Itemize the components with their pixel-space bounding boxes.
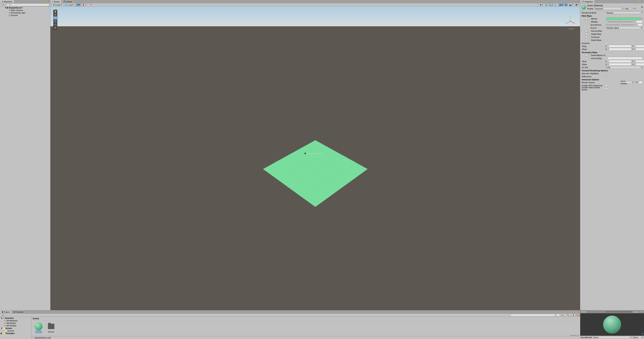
edit-shader-button[interactable]: Edit... — [624, 7, 631, 10]
preview-refresh-icon[interactable]: ⟳ — [642, 333, 643, 335]
scene-audio-toggle[interactable]: 🔊 — [554, 4, 558, 6]
tiling-y-input[interactable] — [634, 45, 644, 48]
preview-spot-icon[interactable]: ◉ — [635, 311, 637, 313]
albedo-tex-slot[interactable] — [585, 18, 588, 20]
assets-scenes[interactable]: 📁 Scenes — [0, 330, 31, 332]
2d-toggle[interactable]: 2D — [544, 4, 548, 6]
kebab-icon[interactable]: ⋮ — [577, 311, 579, 313]
shader-dropdown[interactable]: Standard — [594, 7, 624, 10]
hidden-icon[interactable]: 🚫 — [576, 314, 578, 316]
orientation-gizmo[interactable]: y — [565, 16, 576, 27]
fav-all-materials[interactable]: All Materials — [0, 320, 31, 322]
preview-viewport[interactable]: ⟳ — [580, 313, 644, 336]
hierarchy-item-ground[interactable]: Ground — [0, 14, 50, 16]
scene-fx-toggle[interactable]: ☁ ▾ — [558, 4, 564, 6]
draw-mode-dropdown[interactable]: ◑ ▾ — [539, 4, 544, 6]
render-queue-value-input[interactable] — [634, 81, 642, 84]
hierarchy-search-input[interactable] — [6, 4, 49, 6]
project-add-button[interactable]: + ▾ — [0, 314, 5, 316]
offset-x-input[interactable] — [608, 48, 632, 50]
increment-snap-button[interactable]: ⊹ ▾ — [88, 4, 93, 6]
tool-scale[interactable] — [54, 20, 57, 23]
detailalbedo-tex-slot[interactable] — [585, 54, 588, 56]
render-queue-mode-dropdown[interactable]: From Shader — [620, 81, 634, 84]
emission-checkbox[interactable] — [606, 42, 608, 44]
offset2-x-input[interactable] — [608, 63, 632, 66]
gpu-instancing-checkbox[interactable] — [606, 84, 608, 86]
tab-console[interactable]: ▤ Console — [12, 310, 25, 314]
settings-icon[interactable]: ⚙ — [641, 6, 643, 8]
lock-icon[interactable]: 🔒 — [45, 0, 47, 3]
tab-hierarchy[interactable]: ≡ Hierarchy — [0, 0, 14, 3]
occlusion-tex-slot[interactable] — [585, 36, 588, 38]
fav-all-prefabs[interactable]: All Prefabs — [0, 324, 31, 327]
albedo-color-swatch[interactable] — [606, 18, 641, 20]
normal2-value-input[interactable] — [606, 57, 642, 60]
reflections-checkbox[interactable]: ✓ — [606, 76, 608, 78]
tiling2-x-input[interactable] — [608, 60, 632, 63]
favorites-star-button[interactable]: ★ — [572, 314, 576, 316]
preview-play-icon[interactable]: ▶ — [633, 311, 635, 313]
tab-scene[interactable]: ⌗ Scene — [50, 0, 62, 3]
rendering-mode-dropdown[interactable]: Opaque — [606, 11, 642, 14]
help-icon[interactable]: ❔ — [638, 6, 640, 8]
double-sided-gi-checkbox[interactable] — [606, 88, 608, 90]
assetbundle-variant-dropdown[interactable]: None — [632, 336, 643, 339]
scene-camera-dropdown[interactable]: 📷 ▾ — [568, 4, 574, 6]
assets-root[interactable]: ▼📁 Assets — [0, 327, 31, 330]
tab-inspector[interactable]: ⓘ Inspector — [580, 0, 595, 3]
fav-all-models[interactable]: All Models — [0, 322, 31, 324]
tiling2-y-input[interactable] — [634, 60, 644, 63]
tool-move[interactable] — [54, 13, 57, 16]
projection-label[interactable]: ≤ Persp — [568, 28, 574, 30]
albedo-picker-icon[interactable] — [588, 18, 590, 20]
source-dropdown[interactable]: Metallic Alpha — [606, 26, 642, 29]
packages-root[interactable]: ▶📁 Packages — [0, 332, 31, 334]
asset-item-green[interactable]: Green — [33, 322, 44, 333]
kebab-icon[interactable]: ⋮ — [577, 0, 579, 3]
specular-checkbox[interactable]: ✓ — [606, 72, 608, 74]
tab-game[interactable]: 🎮 Game — [62, 0, 74, 3]
scene-root-row[interactable]: ▼ SampleScene* ⋮ — [0, 6, 50, 9]
favorites-root[interactable]: ▼★ Favorites — [0, 317, 31, 320]
filter-type-button[interactable]: ▸❘ — [561, 314, 566, 316]
project-breadcrumb[interactable]: Assets — [32, 317, 580, 320]
preview-drag-handle[interactable] — [606, 312, 632, 312]
metallic-picker-icon[interactable] — [588, 21, 590, 23]
tool-rotate[interactable] — [54, 16, 57, 20]
grid-snap-button[interactable]: ▾ — [76, 4, 81, 6]
normal2-tex-slot[interactable] — [585, 57, 588, 60]
scene-lighting-toggle[interactable]: 💡 — [549, 4, 553, 6]
space-toggle[interactable]: 🌐 Local ▾ — [64, 4, 74, 6]
metallic-slider[interactable] — [606, 22, 634, 22]
pivot-toggle[interactable]: ⊕ Center ▾ — [52, 4, 63, 6]
metallic-value-input[interactable] — [635, 20, 642, 23]
kebab-icon[interactable]: ⋮ — [48, 0, 50, 3]
snap-button[interactable]: 🧲 ▾ — [82, 4, 87, 6]
tool-rect[interactable] — [54, 23, 57, 26]
kebab-icon[interactable]: ⋮ — [641, 0, 643, 3]
uvset-dropdown[interactable]: UV0 — [606, 66, 642, 69]
project-search-input[interactable] — [510, 314, 555, 316]
tool-view[interactable]: ✋ — [54, 10, 57, 13]
tiling-x-input[interactable] — [608, 45, 632, 48]
tab-project[interactable]: ▮ Project — [0, 310, 12, 314]
detailmask-picker-icon[interactable] — [588, 39, 590, 41]
hierarchy-item-directional-light[interactable]: Directional Light — [0, 12, 50, 14]
assetbundle-dropdown[interactable]: None — [593, 336, 632, 339]
scene-viewport[interactable]: ✋ y ≤ Persp — [50, 6, 580, 310]
occlusion-picker-icon[interactable] — [588, 36, 590, 38]
metallic-tex-slot[interactable] — [585, 20, 588, 23]
scene-kebab-icon[interactable]: ⋮ — [48, 7, 50, 9]
normal2-picker-icon[interactable] — [588, 58, 590, 59]
preview-sun-icon[interactable]: ☀ ▾ — [640, 311, 643, 313]
hierarchy-add-button[interactable]: + ▾ — [0, 4, 5, 6]
tool-transform[interactable] — [54, 26, 57, 29]
scene-visibility-toggle[interactable]: 👁 — [564, 4, 568, 6]
offset-y-input[interactable] — [634, 48, 644, 50]
height-tex-slot[interactable] — [585, 33, 588, 35]
filter-label-button[interactable]: 🔖 — [566, 314, 570, 316]
hierarchy-item-main-camera[interactable]: Main Camera — [0, 9, 50, 12]
detailmask-tex-slot[interactable] — [585, 39, 588, 42]
gizmos-dropdown[interactable]: ▦ ▾ — [574, 4, 580, 6]
